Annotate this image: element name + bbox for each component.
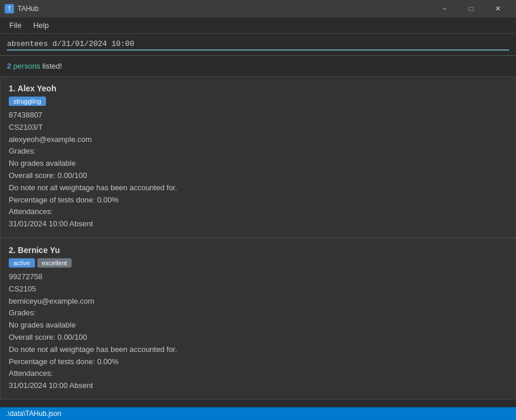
result-area: 2 persons listed!: [0, 56, 516, 77]
person-email: berniceyu@example.com: [9, 296, 507, 308]
menu-help[interactable]: Help: [29, 19, 54, 31]
person-module: CS2103/T: [9, 122, 507, 134]
result-text: 2 persons listed!: [7, 62, 62, 70]
person-name: 1. Alex Yeoh: [9, 84, 507, 93]
tag-active: active: [9, 258, 35, 268]
persons-container: 1. Alex Yeoh struggling 87438807 CS2103/…: [0, 77, 516, 407]
person-attendances-label: Attendances:: [9, 206, 507, 218]
tag-struggling: struggling: [9, 97, 46, 106]
maximize-button[interactable]: □: [458, 0, 485, 17]
tag-excellent: excellent: [37, 258, 72, 268]
person-grades-label: Grades:: [9, 145, 507, 158]
menu-bar: File Help: [0, 17, 516, 34]
person-card: 1. Alex Yeoh struggling 87438807 CS2103/…: [0, 77, 516, 238]
person-phone: 99272758: [9, 271, 507, 283]
person-grades-label: Grades:: [9, 307, 507, 319]
command-area: [0, 34, 516, 56]
person-grades-value: No grades available: [9, 158, 507, 170]
app-title: TAHub: [17, 5, 38, 13]
person-card: 2. Bernice Yu activeexcellent 99272758 C…: [0, 238, 516, 400]
person-info: 87438807 CS2103/T alexyeoh@example.com G…: [9, 109, 507, 230]
person-attendance: 31/01/2024 10:00 Absent: [9, 380, 507, 392]
close-button[interactable]: ✕: [485, 0, 511, 17]
person-email: alexyeoh@example.com: [9, 134, 507, 146]
status-bar: .\data\TAHub.json: [0, 407, 516, 420]
person-overall-score: Overall score: 0.00/100: [9, 332, 507, 344]
person-tests-done: Percentage of tests done: 0.00%: [9, 194, 507, 207]
person-name: 2. Bernice Yu: [9, 245, 507, 255]
command-input[interactable]: [7, 38, 509, 51]
title-bar-left: T TAHub: [5, 4, 38, 13]
person-module: CS2105: [9, 283, 507, 296]
person-info: 99272758 CS2105 berniceyu@example.com Gr…: [9, 271, 507, 392]
person-weightage-note: Do note not all weightage has been accou…: [9, 344, 507, 356]
result-suffix: listed!: [43, 62, 62, 70]
status-path: .\data\TAHub.json: [6, 410, 61, 418]
menu-file[interactable]: File: [5, 19, 26, 31]
person-tags: activeexcellent: [9, 258, 507, 268]
result-count: 2: [7, 62, 11, 70]
minimize-button[interactable]: −: [431, 0, 458, 17]
title-bar: T TAHub − □ ✕: [0, 0, 516, 17]
result-persons-label: persons: [13, 62, 43, 70]
person-weightage-note: Do note not all weightage has been accou…: [9, 182, 507, 194]
person-tags: struggling: [9, 97, 507, 106]
app-icon: T: [5, 4, 14, 13]
title-bar-controls: − □ ✕: [431, 0, 511, 17]
person-phone: 87438807: [9, 109, 507, 122]
person-tests-done: Percentage of tests done: 0.00%: [9, 356, 507, 368]
person-attendance: 31/01/2024 10:00 Absent: [9, 218, 507, 230]
person-grades-value: No grades available: [9, 319, 507, 332]
person-overall-score: Overall score: 0.00/100: [9, 170, 507, 182]
person-attendances-label: Attendances:: [9, 368, 507, 380]
